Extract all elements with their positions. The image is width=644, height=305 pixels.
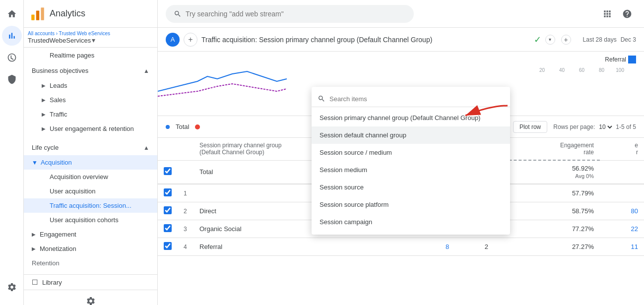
lifecycle-section[interactable]: Life cycle ▲ xyxy=(24,140,157,155)
breadcrumb: All accounts › Trusted Web eServices xyxy=(28,31,110,36)
sidebar-item-sales[interactable]: ▶ Sales xyxy=(24,93,157,107)
apps-icon[interactable] xyxy=(598,5,616,23)
retention-label: Retention xyxy=(32,259,60,267)
dropdown-item-3[interactable]: Session medium xyxy=(312,161,510,179)
total-label: Total xyxy=(176,123,189,130)
axis-40: 40 xyxy=(559,67,565,73)
rows-per-page: Rows per page: 10 25 50 1-5 of 5 xyxy=(553,123,636,131)
acquisition-expand-icon: ▼ xyxy=(32,159,38,166)
date-range: Last 28 days xyxy=(583,36,617,43)
acquisition-overview-label: Acquisition overview xyxy=(50,173,108,181)
realtime-pages-link[interactable]: Realtime pages xyxy=(24,48,157,63)
dropdown-item-6[interactable]: Session campaign xyxy=(312,213,510,231)
sidebar-item-user-acquisition[interactable]: User acquisition xyxy=(24,184,157,198)
col-check xyxy=(158,138,178,160)
row4-engagement: 27.27% xyxy=(494,238,600,256)
user-engagement-label: User engagement & retention xyxy=(50,125,134,132)
row4-e: 11 xyxy=(600,238,644,256)
settings-link[interactable] xyxy=(24,290,157,305)
dimension-dropdown: Session primary channel group (Default C… xyxy=(312,87,510,235)
user-acquisition-label: User acquisition xyxy=(50,187,96,195)
sidebar-item-monetization[interactable]: ▶ Monetization xyxy=(24,242,157,256)
dropdown-search-area xyxy=(312,91,510,107)
monetization-label: Monetization xyxy=(40,245,76,252)
dropdown-search-input[interactable] xyxy=(329,95,504,103)
row4-s: 2 xyxy=(455,238,494,256)
sidebar-item-library[interactable]: ☐ Library xyxy=(24,275,157,290)
leads-label: Leads xyxy=(50,82,67,89)
traffic-arrow-icon: ▶ xyxy=(42,112,46,117)
main-content: A + Traffic acquisition: Session primary… xyxy=(158,0,644,305)
row4-checkbox[interactable] xyxy=(164,242,172,250)
total-checkbox[interactable] xyxy=(164,167,172,175)
col-num xyxy=(178,138,193,160)
sidebar-item-traffic[interactable]: ▶ Traffic xyxy=(24,107,157,122)
sidebar-item-leads[interactable]: ▶ Leads xyxy=(24,78,157,93)
topbar xyxy=(158,0,644,28)
nav-explore-icon[interactable] xyxy=(2,48,22,67)
library-icon: ☐ xyxy=(32,278,38,286)
axis-60: 60 xyxy=(579,67,584,73)
account-selector[interactable]: All accounts › Trusted Web eServices Tru… xyxy=(24,28,157,48)
sidebar-item-user-engagement[interactable]: ▶ User engagement & retention xyxy=(24,122,157,136)
sidebar-item-engagement[interactable]: ▶ Engagement xyxy=(24,227,157,242)
svg-rect-0 xyxy=(31,14,34,20)
sales-arrow-icon: ▶ xyxy=(42,97,46,103)
traffic-label: Traffic xyxy=(50,111,67,118)
help-icon[interactable] xyxy=(618,5,636,23)
row3-checkbox[interactable] xyxy=(164,224,172,232)
total-e xyxy=(600,160,644,184)
total-settings-icon xyxy=(166,125,170,129)
axis-20: 20 xyxy=(539,67,545,73)
dropdown-item-5[interactable]: Session source platform xyxy=(312,196,510,213)
axis-100: 100 xyxy=(616,67,624,73)
status-icon: ✓ xyxy=(534,34,541,45)
topbar-actions xyxy=(598,5,636,23)
search-input[interactable] xyxy=(186,10,406,18)
svg-rect-2 xyxy=(41,7,44,20)
add-report-button[interactable]: + xyxy=(184,33,197,47)
sidebar-item-acquisition-overview[interactable]: Acquisition overview xyxy=(24,170,157,184)
sidebar-item-acquisition[interactable]: ▼ Acquisition xyxy=(24,155,157,170)
row2-e: 80 xyxy=(600,202,644,220)
library-label: Library xyxy=(42,279,62,286)
icon-sidebar xyxy=(0,0,24,305)
nav-home-icon[interactable] xyxy=(2,4,22,24)
dropdown-item-4[interactable]: Session source xyxy=(312,179,510,196)
sidebar-item-retention[interactable]: Retention xyxy=(24,256,157,270)
add-metric-button[interactable]: + xyxy=(561,35,571,45)
rows-per-page-select[interactable]: 10 25 50 xyxy=(597,123,614,131)
business-objectives-chevron: ▲ xyxy=(143,67,149,74)
account-dropdown-icon: ▾ xyxy=(92,36,95,44)
dot-indicator xyxy=(195,124,200,129)
nav-reports-icon[interactable] xyxy=(2,26,22,46)
date-label: Dec 3 xyxy=(621,36,636,43)
account-name: TrustedWebeServices xyxy=(28,37,91,44)
row3-e: 22 xyxy=(600,220,644,238)
sidebar-item-traffic-acquisition[interactable]: Traffic acquisition: Session... xyxy=(24,198,157,213)
page-header: A + Traffic acquisition: Session primary… xyxy=(158,28,644,52)
lifecycle-chevron: ▲ xyxy=(143,144,149,151)
referral-label: Referral xyxy=(605,56,626,63)
dropdown-item-1[interactable]: Session default channel group xyxy=(312,126,510,144)
icon-bar-bottom xyxy=(2,277,22,299)
chart-legend: Referral xyxy=(605,56,636,63)
row4-d: 8 xyxy=(411,238,455,256)
search-bar[interactable] xyxy=(166,5,414,23)
nav-advertising-icon[interactable] xyxy=(2,69,22,89)
user-avatar[interactable]: A xyxy=(166,33,180,47)
business-objectives-label: Business objectives xyxy=(32,67,88,74)
nav-settings-icon[interactable] xyxy=(2,277,22,297)
dropdown-item-2[interactable]: Session source / medium xyxy=(312,144,510,161)
row4-num: 4 xyxy=(178,238,193,256)
app-logo xyxy=(30,6,46,22)
rows-per-page-label: Rows per page: xyxy=(553,123,595,130)
business-objectives-section[interactable]: Business objectives ▲ xyxy=(24,63,157,78)
row1-checkbox[interactable] xyxy=(164,188,172,196)
table-row: 4 Referral 8 2 27.27% 11 xyxy=(158,238,644,256)
row2-checkbox[interactable] xyxy=(164,206,172,214)
dropdown-item-0[interactable]: Session primary channel group (Default C… xyxy=(312,109,510,126)
status-dropdown[interactable]: ▾ xyxy=(545,35,555,45)
sidebar-item-user-acquisition-cohorts[interactable]: User acquisition cohorts xyxy=(24,213,157,227)
plot-row-button[interactable]: Plot row xyxy=(513,121,547,133)
